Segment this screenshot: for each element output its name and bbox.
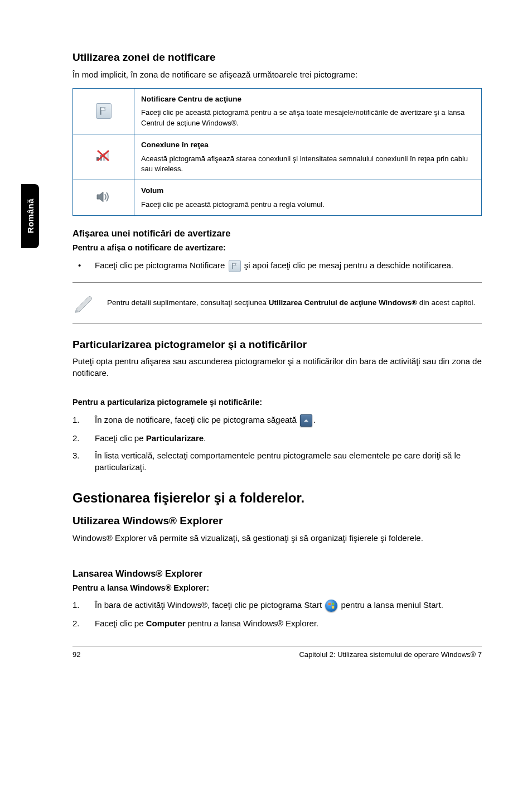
cell-desc: Faceţi clic pe această pictogramă pentru… [141,200,325,209]
text-bold: Computer [146,619,186,628]
heading-notification-area: Utilizarea zonei de notificare [72,50,482,65]
text-post: . [313,415,316,424]
list-item: 1. În bara de activităţi Windows®, faceţ… [72,599,482,612]
item-number: 3. [72,450,88,461]
heading-explorer-use: Utilizarea Windows® Explorer [72,514,482,529]
bullet-list: Faceţi clic pe pictograma Notificare şi … [72,259,482,272]
list-item: 2. Faceţi clic pe Particularizare. [72,432,482,444]
note-post: din acest capitol. [417,298,475,307]
item-number: 1. [72,414,88,426]
list-item: 1. În zona de notificare, faceţi clic pe… [72,414,482,427]
subtitle-explorer-launch: Pentru a lansa Windows® Explorer: [72,582,482,593]
note-pre: Pentru detalii suplimentare, consultaţi … [107,298,269,307]
text-bold: Particularizare [146,433,204,443]
cell-content: Conexiune în reţea Această pictogramă af… [134,134,482,180]
page-content: Utilizarea zonei de notificare În mod im… [0,0,532,688]
pen-icon [72,291,95,316]
cell-icon [73,134,134,180]
text-pre: Faceţi clic pe [95,433,146,443]
heading-customize: Particularizarea pictogramelor şi a noti… [72,337,482,352]
page-number: 92 [72,650,80,660]
svg-rect-8 [328,606,331,608]
side-language-tab: Română [21,184,39,248]
page-footer: 92 Capitolul 2: Utilizarea sistemului de… [72,646,482,660]
volume-icon [95,190,112,204]
item-number: 2. [72,617,88,629]
text-post: şi apoi faceţi clic pe mesaj pentru a de… [244,260,453,270]
text-post: pentru a lansa Windows® Explorer. [186,619,319,628]
cell-title: Conexiune în reţea [141,140,475,151]
table-row: Notificare Centru de acţiune Faceţi clic… [73,88,482,134]
subtitle-customize: Pentru a particulariza pictogramele şi n… [72,397,482,408]
heading-explorer-launch: Lansarea Windows® Explorer [72,567,482,580]
text-pre: În zona de notificare, faceţi clic pe pi… [95,415,299,424]
notification-icons-table: Notificare Centru de acţiune Faceţi clic… [72,88,482,216]
item-number: 2. [72,432,88,444]
start-icon [325,600,337,612]
cell-desc: Faceţi clic pe această pictogramă pentru… [141,108,465,127]
text-pre: În bara de activităţi Windows®, faceţi c… [95,600,324,610]
text-pre: Faceţi clic pe [95,619,146,628]
svg-rect-9 [332,606,334,608]
text-explorer-use: Windows® Explorer vă permite să vizualiz… [72,532,482,544]
item-number: 1. [72,599,88,611]
note-bold: Utilizarea Centrului de acţiune Windows® [269,298,417,307]
text-post: pentru a lansa meniul Start. [341,600,443,610]
intro-customize: Puteţi opta pentru afişarea sau ascunder… [72,355,482,379]
numbered-list-launch: 1. În bara de activităţi Windows®, faceţ… [72,599,482,629]
intro-notification-area: În mod implicit, în zona de notificare s… [72,69,482,80]
table-row: Volum Faceţi clic pe această pictogramă … [73,180,482,216]
cell-icon [73,88,134,134]
heading-display-alert: Afişarea unei notificări de avertizare [72,227,482,240]
note-box: Pentru detalii suplimentare, consultaţi … [72,282,482,324]
cell-content: Notificare Centru de acţiune Faceţi clic… [134,88,482,134]
flag-icon [229,260,241,272]
table-row: Conexiune în reţea Această pictogramă af… [73,134,482,180]
cell-title: Notificare Centru de acţiune [141,94,475,105]
list-item: 3. În lista verticală, selectaţi comport… [72,450,482,473]
side-language-label: Română [25,199,36,233]
list-item: 2. Faceţi clic pe Computer pentru a lans… [72,617,482,629]
text-pre: Faceţi clic pe pictograma Notificare [95,260,228,270]
cell-title: Volum [141,186,475,196]
svg-rect-7 [332,603,334,605]
chapter-label: Capitolul 2: Utilizarea sistemului de op… [299,650,482,660]
flag-icon [96,103,112,119]
cell-content: Volum Faceţi clic pe această pictogramă … [134,180,482,216]
subtitle-display-alert: Pentru a afişa o notificare de avertizar… [72,242,482,253]
numbered-list-customize: 1. În zona de notificare, faceţi clic pe… [72,414,482,473]
note-text: Pentru detalii suplimentare, consultaţi … [107,298,477,308]
text-post: . [204,433,206,443]
text-pre: În lista verticală, selectaţi comportame… [95,451,461,472]
cell-desc: Această pictogramă afişează starea conex… [141,154,468,173]
cell-icon [73,180,134,216]
svg-rect-6 [328,603,331,605]
list-item: Faceţi clic pe pictograma Notificare şi … [72,259,482,272]
heading-files-folders: Gestionarea fişierelor şi a folderelor. [72,489,482,508]
arrow-up-icon [300,414,312,427]
network-icon [95,148,112,163]
